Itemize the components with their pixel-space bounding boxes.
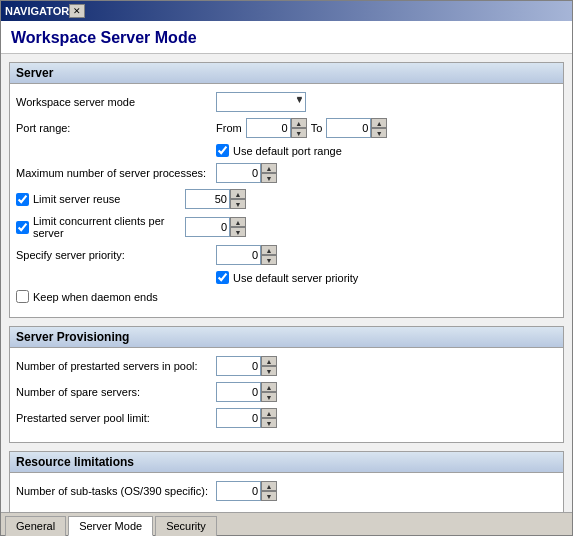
- specify-server-priority-down-btn[interactable]: ▼: [261, 255, 277, 265]
- prestarted-servers-label: Number of prestarted servers in pool:: [16, 360, 216, 372]
- limit-server-reuse-down-btn[interactable]: ▼: [230, 199, 246, 209]
- server-section: Server Workspace server mode ▼ Port rang…: [9, 62, 564, 318]
- max-server-processes-up-btn[interactable]: ▲: [261, 163, 277, 173]
- port-to-input[interactable]: [326, 118, 371, 138]
- max-server-processes-btns: ▲ ▼: [261, 163, 277, 183]
- use-default-server-priority-checkbox[interactable]: [216, 271, 229, 284]
- navigator-tab: NAVIGATOR: [5, 5, 69, 17]
- limit-server-reuse-label: Limit server reuse: [33, 193, 185, 205]
- limit-concurrent-clients-down-btn[interactable]: ▼: [230, 227, 246, 237]
- limit-concurrent-clients-checkbox[interactable]: [16, 221, 29, 234]
- keep-when-daemon-ends-checkbox[interactable]: [16, 290, 29, 303]
- max-server-processes-input[interactable]: [216, 163, 261, 183]
- limit-server-reuse-up-btn[interactable]: ▲: [230, 189, 246, 199]
- specify-server-priority-spinner: ▲ ▼: [216, 245, 277, 265]
- close-button[interactable]: ✕: [69, 4, 85, 18]
- use-default-server-priority-label: Use default server priority: [233, 272, 358, 284]
- spare-servers-row: Number of spare servers: ▲ ▼: [16, 382, 557, 402]
- port-from-up-btn[interactable]: ▲: [291, 118, 307, 128]
- prestarted-pool-limit-up-btn[interactable]: ▲: [261, 408, 277, 418]
- spare-servers-down-btn[interactable]: ▼: [261, 392, 277, 402]
- spare-servers-spinner: ▲ ▼: [216, 382, 277, 402]
- limit-concurrent-clients-input[interactable]: [185, 217, 230, 237]
- sub-tasks-row: Number of sub-tasks (OS/390 specific): ▲…: [16, 481, 557, 501]
- prestarted-servers-spinner: ▲ ▼: [216, 356, 277, 376]
- limit-concurrent-clients-btns: ▲ ▼: [230, 217, 246, 237]
- max-server-processes-spinner: ▲ ▼: [216, 163, 277, 183]
- specify-server-priority-up-btn[interactable]: ▲: [261, 245, 277, 255]
- specify-server-priority-btns: ▲ ▼: [261, 245, 277, 265]
- prestarted-servers-input[interactable]: [216, 356, 261, 376]
- tab-server-mode[interactable]: Server Mode: [68, 516, 153, 536]
- server-provisioning-header: Server Provisioning: [10, 327, 563, 348]
- workspace-server-mode-row: Workspace server mode ▼: [16, 92, 557, 112]
- resource-limitations-section: Resource limitations Number of sub-tasks…: [9, 451, 564, 512]
- server-section-body: Workspace server mode ▼ Port range: From: [10, 84, 563, 317]
- spare-servers-input[interactable]: [216, 382, 261, 402]
- spare-servers-btns: ▲ ▼: [261, 382, 277, 402]
- max-server-processes-down-btn[interactable]: ▼: [261, 173, 277, 183]
- workspace-server-mode-select[interactable]: [216, 92, 306, 112]
- spare-servers-up-btn[interactable]: ▲: [261, 382, 277, 392]
- limit-concurrent-clients-spinner: ▲ ▼: [185, 217, 246, 237]
- prestarted-servers-down-btn[interactable]: ▼: [261, 366, 277, 376]
- specify-server-priority-input[interactable]: [216, 245, 261, 265]
- main-window: NAVIGATOR ✕ Workspace Server Mode Server…: [0, 0, 573, 536]
- sub-tasks-down-btn[interactable]: ▼: [261, 491, 277, 501]
- port-from-input[interactable]: [246, 118, 291, 138]
- tab-security[interactable]: Security: [155, 516, 217, 536]
- specify-server-priority-row: Specify server priority: ▲ ▼: [16, 245, 557, 265]
- port-range-row: Port range: From ▲ ▼ To: [16, 118, 557, 138]
- use-default-port-range-checkbox[interactable]: [216, 144, 229, 157]
- max-server-processes-label: Maximum number of server processes:: [16, 167, 216, 179]
- resource-limitations-header: Resource limitations: [10, 452, 563, 473]
- limit-concurrent-clients-row: Limit concurrent clients per server ▲ ▼: [16, 215, 557, 239]
- prestarted-pool-limit-spinner: ▲ ▼: [216, 408, 277, 428]
- server-provisioning-section: Server Provisioning Number of prestarted…: [9, 326, 564, 443]
- keep-when-daemon-ends-label: Keep when daemon ends: [33, 291, 158, 303]
- content-area: Server Workspace server mode ▼ Port rang…: [1, 54, 572, 512]
- workspace-server-mode-label: Workspace server mode: [16, 96, 216, 108]
- port-range-group: From ▲ ▼ To ▲: [216, 118, 387, 138]
- limit-server-reuse-btns: ▲ ▼: [230, 189, 246, 209]
- prestarted-servers-btns: ▲ ▼: [261, 356, 277, 376]
- title-bar-label: NAVIGATOR: [5, 5, 69, 17]
- title-bar-controls: ✕: [69, 4, 85, 18]
- max-server-processes-row: Maximum number of server processes: ▲ ▼: [16, 163, 557, 183]
- port-range-label: Port range:: [16, 122, 216, 134]
- prestarted-servers-up-btn[interactable]: ▲: [261, 356, 277, 366]
- port-to-up-btn[interactable]: ▲: [371, 118, 387, 128]
- port-to-spinner-btns: ▲ ▼: [371, 118, 387, 138]
- port-from-down-btn[interactable]: ▼: [291, 128, 307, 138]
- limit-server-reuse-spinner: ▲ ▼: [185, 189, 246, 209]
- use-default-port-range-row: Use default port range: [216, 144, 557, 157]
- prestarted-pool-limit-row: Prestarted server pool limit: ▲ ▼: [16, 408, 557, 428]
- limit-server-reuse-checkbox[interactable]: [16, 193, 29, 206]
- prestarted-pool-limit-label: Prestarted server pool limit:: [16, 412, 216, 424]
- prestarted-servers-row: Number of prestarted servers in pool: ▲ …: [16, 356, 557, 376]
- limit-server-reuse-input[interactable]: [185, 189, 230, 209]
- port-from-spinner: ▲ ▼: [246, 118, 307, 138]
- title-bar: NAVIGATOR ✕: [1, 1, 572, 21]
- prestarted-pool-limit-input[interactable]: [216, 408, 261, 428]
- prestarted-pool-limit-down-btn[interactable]: ▼: [261, 418, 277, 428]
- sub-tasks-input[interactable]: [216, 481, 261, 501]
- sub-tasks-up-btn[interactable]: ▲: [261, 481, 277, 491]
- port-from-spinner-btns: ▲ ▼: [291, 118, 307, 138]
- server-section-header: Server: [10, 63, 563, 84]
- resource-limitations-body: Number of sub-tasks (OS/390 specific): ▲…: [10, 473, 563, 512]
- spare-servers-label: Number of spare servers:: [16, 386, 216, 398]
- sub-tasks-label: Number of sub-tasks (OS/390 specific):: [16, 485, 216, 497]
- use-default-server-priority-row: Use default server priority: [216, 271, 557, 284]
- port-to-down-btn[interactable]: ▼: [371, 128, 387, 138]
- limit-server-reuse-row: Limit server reuse ▲ ▼: [16, 189, 557, 209]
- workspace-server-mode-select-wrapper: ▼: [216, 92, 306, 112]
- limit-concurrent-clients-up-btn[interactable]: ▲: [230, 217, 246, 227]
- prestarted-pool-limit-btns: ▲ ▼: [261, 408, 277, 428]
- sub-tasks-btns: ▲ ▼: [261, 481, 277, 501]
- sub-tasks-spinner: ▲ ▼: [216, 481, 277, 501]
- tab-general[interactable]: General: [5, 516, 66, 536]
- limit-concurrent-clients-label: Limit concurrent clients per server: [33, 215, 185, 239]
- port-to-spinner: ▲ ▼: [326, 118, 387, 138]
- page-title: Workspace Server Mode: [1, 21, 572, 54]
